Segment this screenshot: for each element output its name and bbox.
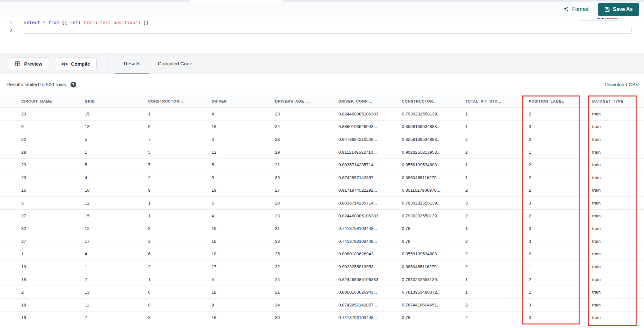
table-cell: 20	[254, 201, 317, 205]
table-row[interactable]: 191217320.9023255813953...0.886046511627…	[0, 260, 644, 273]
table-row[interactable]: 213018210.8860103626943...0.781395348837…	[0, 286, 644, 299]
table-row[interactable]: 51215200.8035714285714...0.7930232558139…	[0, 197, 644, 210]
table-cell: 2	[444, 150, 507, 155]
table-cell: train	[571, 315, 634, 320]
code-editor[interactable]: 1 select * from {{ ref('train_test_posit…	[0, 17, 644, 53]
table-row[interactable]: 197316300.7413793103448...0.7823train	[0, 312, 644, 324]
table-cell: train	[571, 226, 634, 231]
editor-minimap[interactable]	[597, 18, 619, 19]
table-row[interactable]: 22570230.9473684210526...0.8558139534883…	[0, 133, 644, 146]
table-row[interactable]: 23429390.8742857142857...0.8860465116279…	[0, 171, 644, 184]
table-cell: 3	[507, 239, 571, 244]
table-cell: 1	[444, 112, 507, 116]
table-cell: 18	[190, 290, 254, 295]
column-header-drivers-age[interactable]: DRIVERS_AGE_...	[254, 99, 317, 103]
table-row[interactable]: 14618250.8860103626943...0.8558139534883…	[0, 248, 644, 261]
code-token: select	[24, 20, 40, 25]
table-cell: 16	[190, 226, 254, 231]
column-header-driver-confi[interactable]: DRIVER_CONFI...	[317, 99, 381, 103]
table-row[interactable]: 231514230.8244680851063830.7930232558139…	[0, 108, 644, 121]
table-cell: 15	[63, 112, 127, 116]
table-row[interactable]: 181189340.8742857142857...0.767441860465…	[0, 299, 644, 312]
table-cell: 0.7813953488372...	[381, 290, 444, 295]
table-cell: train	[571, 137, 634, 142]
table-cell: 0.9023255813953...	[381, 150, 444, 155]
tab-label: Compiled Code	[158, 61, 192, 67]
column-header-constructor[interactable]: CONSTRUCTOR...	[381, 99, 444, 103]
preview-button[interactable]: Preview	[8, 57, 49, 70]
table-cell: 1	[444, 124, 507, 129]
table-cell: 4	[190, 277, 254, 282]
table-cell: 0.8035714285714...	[317, 162, 381, 167]
table-cell: 0.8558139534883...	[381, 162, 444, 167]
sparkles-icon	[563, 6, 569, 13]
table-cell: 0.8742857142857...	[317, 175, 381, 180]
table-cell: 2	[507, 251, 571, 256]
table-cell: 0.7930232558139...	[381, 214, 444, 218]
table-body: 231514230.8244680851063830.7930232558139…	[0, 108, 644, 324]
code-line-1[interactable]: 1 select * from {{ ref('train_test_posit…	[0, 18, 644, 26]
compile-label: Compile	[71, 61, 90, 67]
code-token: 'train_test_position'	[81, 20, 138, 25]
table-row[interactable]: 18714240.8244680851063830.7930232558139.…	[0, 273, 644, 286]
table-cell: 0.8558139534883...	[381, 124, 444, 129]
column-header-grid[interactable]: GRID	[63, 99, 127, 103]
table-cell: 1	[444, 290, 507, 295]
table-cell: 7	[127, 137, 190, 142]
table-row[interactable]: 913618240.8860103626943...0.855813953488…	[0, 121, 644, 133]
table-cell: 0.8558139534883...	[381, 251, 444, 256]
help-icon[interactable]: ?	[71, 82, 76, 87]
table-cell: 0.8558139534883...	[381, 137, 444, 142]
table-grid-icon	[14, 61, 21, 67]
table-cell: 3	[507, 201, 571, 205]
table-row[interactable]: 2717316330.7413793103448...0.7823train	[0, 235, 644, 248]
table-row[interactable]: 23575210.8035714285714...0.8558139534883…	[0, 159, 644, 171]
column-header-circuit-name[interactable]: CIRCUIT_NAME	[0, 99, 63, 103]
results-limit-text: Results limited to 500 rows.	[6, 82, 68, 87]
tab-results[interactable]: Results	[115, 53, 149, 74]
table-cell: 3	[507, 226, 571, 231]
table-cell: train	[571, 290, 634, 295]
column-header-dataset-type[interactable]: DATASET_TYPE	[571, 99, 634, 103]
table-row[interactable]: 3212316310.7413793103448...0.7813train	[0, 222, 644, 235]
column-header-driver[interactable]: DRIVER	[190, 99, 254, 103]
column-header-position-label[interactable]: POSITION_LABEL	[507, 99, 571, 103]
column-header-total-pit-sto[interactable]: TOTAL_PIT_STO...	[444, 99, 507, 103]
table-row[interactable]: 1610919270.9171974522292...0.85116279069…	[0, 184, 644, 197]
preview-label: Preview	[24, 61, 43, 67]
table-cell: 2	[127, 264, 190, 269]
column-header-constructor[interactable]: CONSTRUCTOR...	[127, 99, 190, 103]
tab-compiled-code[interactable]: Compiled Code	[149, 53, 201, 74]
table-cell: 2	[507, 214, 571, 218]
code-line-2[interactable]: 2	[0, 26, 644, 34]
table-cell: 0.824468085106383	[317, 214, 381, 218]
table-cell: 12	[190, 150, 254, 155]
download-csv-link[interactable]: Download CSV	[605, 82, 639, 87]
action-bar: Preview </> Compile Results Compiled Cod…	[0, 53, 644, 74]
table-row[interactable]: 271514230.8244680851063830.7930232558139…	[0, 210, 644, 223]
save-as-button[interactable]: Save As	[598, 3, 639, 16]
table-cell: 27	[254, 188, 317, 193]
table-cell: 2	[444, 264, 507, 269]
format-button[interactable]: Format	[563, 6, 589, 13]
table-row[interactable]: 281512290.9112149532710...0.902325581395…	[0, 146, 644, 159]
table-cell: 7	[127, 162, 190, 167]
table-cell: 21	[254, 290, 317, 295]
table-cell: 3	[444, 201, 507, 205]
compile-button[interactable]: </> Compile	[55, 57, 97, 70]
table-cell: 1	[0, 251, 63, 256]
table-cell: 2	[507, 188, 571, 193]
table-cell: 6	[127, 124, 190, 129]
table-cell: 18	[190, 124, 254, 129]
table-cell: 0.824468085106383	[317, 112, 381, 116]
table-cell: 4	[190, 112, 254, 116]
minimap-segment	[605, 18, 606, 19]
divider	[109, 53, 109, 74]
active-tab-strip-segment[interactable]	[189, 0, 283, 2]
table-cell: train	[571, 175, 634, 180]
table-cell: 0	[190, 137, 254, 142]
table-cell: 15	[63, 214, 127, 218]
table-cell: 5	[0, 201, 63, 205]
table-cell: 1	[444, 175, 507, 180]
code-token: from	[48, 20, 59, 25]
